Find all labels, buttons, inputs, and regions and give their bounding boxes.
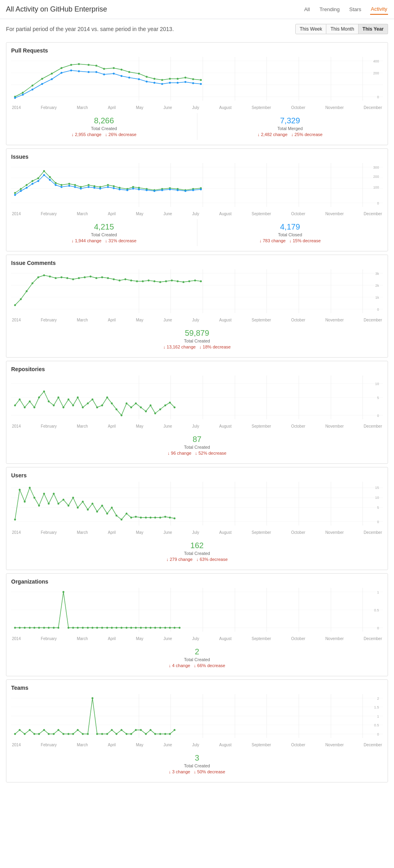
nav-all[interactable]: All xyxy=(303,4,310,14)
issue-comments-x-labels: 2014 February March April May June July … xyxy=(11,318,383,322)
svg-point-107 xyxy=(43,174,45,176)
issue-comments-chart: 3k 2k 1k 0 xyxy=(11,269,383,317)
svg-text:5: 5 xyxy=(377,396,379,400)
svg-point-80 xyxy=(55,182,57,184)
svg-point-20 xyxy=(88,64,90,66)
svg-point-361 xyxy=(96,733,98,735)
this-month-button[interactable]: This Month xyxy=(326,24,358,34)
svg-point-168 xyxy=(136,280,138,282)
svg-point-360 xyxy=(92,697,94,699)
svg-point-269 xyxy=(135,516,137,518)
svg-point-228 xyxy=(174,407,176,409)
this-year-button[interactable]: This Year xyxy=(359,24,388,34)
nav-stars[interactable]: Stars xyxy=(348,4,362,14)
svg-point-214 xyxy=(106,397,108,399)
svg-point-271 xyxy=(145,517,147,519)
svg-point-320 xyxy=(145,627,147,629)
svg-point-325 xyxy=(169,627,171,629)
svg-point-297 xyxy=(33,627,35,629)
svg-point-324 xyxy=(164,627,166,629)
svg-point-302 xyxy=(57,627,59,629)
svg-point-220 xyxy=(135,403,137,405)
svg-point-89 xyxy=(113,185,115,187)
svg-text:100: 100 xyxy=(373,185,379,189)
svg-text:15: 15 xyxy=(375,486,379,490)
svg-point-321 xyxy=(150,627,152,629)
issue-comments-section: Issue Comments xyxy=(6,255,388,358)
issue-comments-svg: 3k 2k 1k 0 xyxy=(11,269,383,313)
svg-point-117 xyxy=(107,186,109,188)
subtitle-bar: For partial period of the year 2014 vs. … xyxy=(0,19,394,39)
pull-requests-svg: 400 200 0 xyxy=(11,57,383,101)
svg-point-219 xyxy=(130,407,132,409)
organizations-section: Organizations xyxy=(6,573,388,676)
svg-text:3k: 3k xyxy=(375,272,379,276)
svg-point-114 xyxy=(88,186,90,188)
this-week-button[interactable]: This Week xyxy=(295,24,326,34)
organizations-svg: 1 0.5 0 xyxy=(11,588,383,632)
issues-created-number: 4,215 xyxy=(14,222,194,232)
users-number: 162 xyxy=(14,541,380,550)
svg-point-123 xyxy=(146,189,148,191)
svg-point-255 xyxy=(68,505,70,507)
teams-label: Total Created xyxy=(14,763,380,768)
svg-point-25 xyxy=(128,71,130,73)
issues-closed-number: 4,179 xyxy=(201,222,380,232)
users-svg: 15 10 5 0 xyxy=(11,482,383,525)
svg-point-37 xyxy=(31,89,33,91)
svg-point-81 xyxy=(60,184,62,186)
issue-comments-stats: 59,879 Total Created ↓ 13,162 change ↓ 1… xyxy=(11,325,383,352)
svg-point-161 xyxy=(96,277,98,279)
svg-point-275 xyxy=(164,516,166,518)
svg-point-217 xyxy=(121,415,123,416)
organizations-stats: 2 Total Created ↓ 4 change ↓ 66% decreas… xyxy=(11,644,383,671)
svg-point-82 xyxy=(68,183,70,185)
svg-point-154 xyxy=(55,277,57,279)
users-label: Total Created xyxy=(14,551,380,556)
svg-point-309 xyxy=(92,627,94,629)
svg-point-52 xyxy=(161,83,163,85)
svg-point-39 xyxy=(51,78,53,80)
svg-point-127 xyxy=(177,189,179,191)
svg-point-211 xyxy=(92,399,94,401)
svg-text:1: 1 xyxy=(377,590,379,594)
svg-point-78 xyxy=(43,170,45,172)
svg-point-47 xyxy=(121,75,123,77)
svg-point-55 xyxy=(184,81,186,83)
svg-point-176 xyxy=(183,281,185,283)
svg-point-364 xyxy=(111,729,113,731)
repositories-change: ↓ 96 change ↓ 52% decrease xyxy=(14,451,380,455)
svg-point-251 xyxy=(48,503,50,505)
nav-trending[interactable]: Trending xyxy=(319,4,341,14)
svg-point-103 xyxy=(20,190,22,192)
svg-point-28 xyxy=(154,78,156,80)
svg-point-162 xyxy=(101,276,103,278)
svg-point-115 xyxy=(94,187,96,189)
svg-point-75 xyxy=(25,184,27,186)
organizations-title: Organizations xyxy=(11,578,383,585)
svg-point-350 xyxy=(43,729,45,731)
nav-activity[interactable]: Activity xyxy=(370,4,388,15)
svg-point-248 xyxy=(33,497,35,499)
svg-point-377 xyxy=(174,729,176,731)
svg-point-198 xyxy=(29,401,31,403)
repositories-chart: 10 5 0 xyxy=(11,376,383,423)
svg-point-163 xyxy=(107,277,109,279)
svg-point-40 xyxy=(60,72,62,74)
repositories-number: 87 xyxy=(14,435,380,444)
issues-svg: 300 200 100 0 xyxy=(11,163,383,207)
app-title: All Activity on GitHub Enterprise xyxy=(6,5,107,14)
svg-point-277 xyxy=(174,518,176,520)
svg-point-315 xyxy=(121,627,123,629)
issues-created-change: ↓ 1,944 change ↓ 31% decrease xyxy=(14,238,194,243)
svg-point-121 xyxy=(132,188,134,190)
pull-requests-section: Pull Requests xyxy=(6,42,388,145)
pull-requests-stats: 8,266 Total Created ↓ 2,955 change ↓ 26%… xyxy=(11,113,383,140)
svg-point-16 xyxy=(51,73,53,75)
svg-point-33 xyxy=(192,78,194,80)
svg-point-153 xyxy=(49,276,51,278)
users-x-labels: 2014 February March April May June July … xyxy=(11,530,383,535)
teams-title: Teams xyxy=(11,685,383,691)
svg-point-212 xyxy=(96,407,98,409)
svg-point-18 xyxy=(70,64,72,66)
